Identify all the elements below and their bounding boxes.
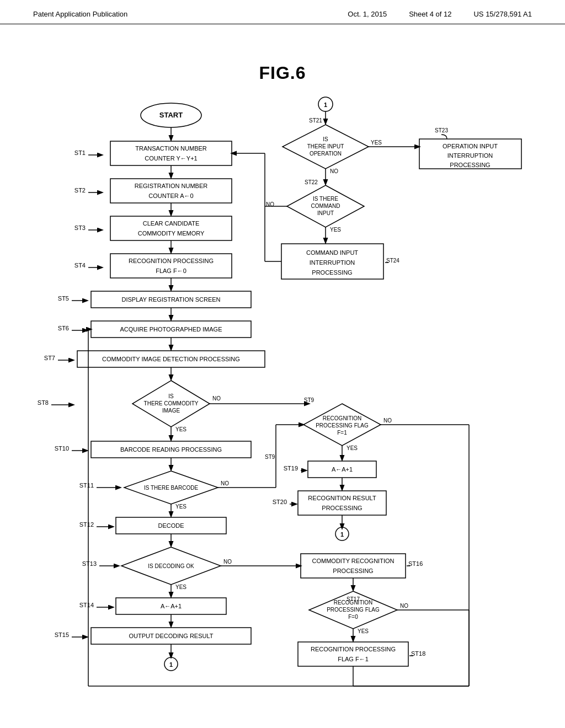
st3-label2: COMMODITY MEMORY	[138, 230, 205, 237]
st10-label: BARCODE READING PROCESSING	[120, 446, 222, 453]
st9-no-label: NO	[383, 417, 392, 424]
st6-tag: ST6	[58, 325, 69, 331]
start-label: START	[159, 111, 183, 119]
st21-line1: IS	[323, 136, 328, 142]
diagram-area: FIG.6 START TRANSACTION NUMBER COUNTER Y…	[0, 24, 565, 719]
st9-line1: RECOGNITION	[323, 415, 362, 421]
st8-tag: ST8	[38, 399, 49, 406]
st7-tag: ST7	[44, 355, 55, 361]
st8-line2: THERE COMMODITY	[144, 400, 199, 406]
st22-line2: COMMAND	[311, 203, 340, 209]
st14-tag: ST14	[79, 602, 94, 608]
st8-no-label: NO	[212, 395, 221, 402]
st14-label: A←A+1	[161, 603, 182, 609]
st20-label2: PROCESSING	[322, 505, 362, 511]
st17-yes-label: YES	[358, 628, 369, 634]
st21-yes-label: YES	[371, 140, 382, 146]
st8-yes-label: YES	[175, 426, 186, 432]
st13-label: IS DECODING OK	[148, 563, 194, 569]
st23-label: OPERATION INPUT	[443, 143, 498, 149]
st9-line3: F=1	[337, 430, 347, 436]
st5-label: DISPLAY REGISTRATION SCREEN	[121, 296, 220, 303]
st4-label: RECOGNITION PROCESSING	[129, 258, 214, 264]
st21-no-label: NO	[330, 168, 338, 174]
st11-label: IS THERE BARCODE	[144, 485, 198, 491]
st3-label: CLEAR CANDIDATE	[143, 220, 199, 227]
st8-line3: IMAGE	[162, 408, 180, 414]
st16-tag: ST16	[408, 560, 423, 567]
header-info: Oct. 1, 2015 Sheet 4 of 12 US 15/278,591…	[348, 10, 532, 18]
st23-label3: PROCESSING	[450, 162, 490, 168]
st9-connector: ST9	[265, 454, 275, 460]
st4-tag: ST4	[74, 262, 86, 269]
st18-label2: FLAG F←1	[338, 656, 369, 662]
st21-tag: ST21	[309, 117, 322, 124]
st9-yes-label: YES	[347, 445, 358, 451]
circle1-a: 1	[169, 661, 173, 668]
st5-tag: ST5	[58, 295, 69, 302]
st16-label: COMMODITY RECOGNITION	[312, 558, 395, 564]
st20-label: RECOGNITION RESULT	[308, 495, 376, 501]
publication-label: Patent Application Publication	[33, 10, 127, 18]
st11-no-label: NO	[221, 480, 229, 486]
st22-yes-label: YES	[330, 227, 341, 233]
st17-no-label: NO	[400, 603, 408, 609]
st22-line3: INPUT	[317, 210, 334, 216]
st15-label: OUTPUT DECODING RESULT	[129, 633, 214, 639]
sheet-label: Sheet 4 of 12	[409, 10, 451, 18]
st15-tag: ST15	[55, 631, 69, 638]
st21-line3: OPERATION	[310, 151, 342, 157]
st1-label2: COUNTER Y←Y+1	[145, 155, 197, 162]
st9-line2: PROCESSING FLAG	[316, 422, 369, 429]
st17-tag-label: ST17	[347, 596, 360, 602]
st8-line1: IS	[168, 393, 174, 399]
st13-yes-label: YES	[175, 584, 186, 590]
st19-label: A←A+1	[332, 466, 353, 473]
st10-tag: ST10	[55, 445, 69, 452]
st1-label: TRANSACTION NUMBER	[135, 145, 207, 152]
st23-label2: INTERRUPTION	[447, 152, 493, 159]
st6-label: ACQUIRE PHOTOGRAPHED IMAGE	[120, 326, 222, 333]
st24-label: COMMAND INPUT	[306, 249, 358, 256]
st19-tag: ST19	[284, 465, 298, 472]
st11-tag: ST11	[79, 482, 94, 489]
st16-label2: PROCESSING	[333, 568, 373, 574]
st3-tag: ST3	[74, 224, 86, 231]
st2-label2: COUNTER A←0	[148, 192, 193, 199]
page: Patent Application Publication Oct. 1, 2…	[0, 0, 565, 728]
st9-label: ST9	[304, 397, 315, 403]
st18-label: RECOGNITION PROCESSING	[311, 646, 396, 652]
st12-tag: ST12	[79, 521, 94, 528]
st13-no-label: NO	[223, 559, 232, 565]
st23-tag: ST23	[435, 127, 448, 133]
circle1-b: 1	[340, 531, 344, 538]
st17-line2: PROCESSING FLAG	[327, 607, 380, 613]
st7-label: COMMODITY IMAGE DETECTION PROCESSING	[102, 356, 240, 362]
st24-label3: PROCESSING	[312, 269, 352, 276]
flowchart-svg: START TRANSACTION NUMBER COUNTER Y←Y+1 S…	[0, 24, 565, 719]
st2-tag: ST2	[74, 187, 86, 194]
st20-tag: ST20	[273, 499, 287, 505]
page-header: Patent Application Publication Oct. 1, 2…	[0, 0, 565, 24]
st21-line2: THERE INPUT	[307, 143, 344, 149]
st1-tag: ST1	[74, 149, 86, 156]
patent-label: US 15/278,591 A1	[473, 10, 532, 18]
st12-label: DECODE	[158, 522, 184, 529]
st4-label2: FLAG F←0	[156, 267, 186, 274]
st24-label2: INTERRUPTION	[310, 259, 355, 266]
st2-label: REGISTRATION NUMBER	[135, 183, 207, 189]
date-label: Oct. 1, 2015	[348, 10, 387, 18]
circle1-top: 1	[324, 101, 327, 108]
st13-tag: ST13	[82, 560, 97, 567]
st11-yes-label: YES	[175, 504, 186, 510]
st17-line3: F=0	[348, 614, 358, 620]
st22-tag: ST22	[305, 179, 318, 185]
st22-line1: IS THERE	[313, 196, 338, 202]
